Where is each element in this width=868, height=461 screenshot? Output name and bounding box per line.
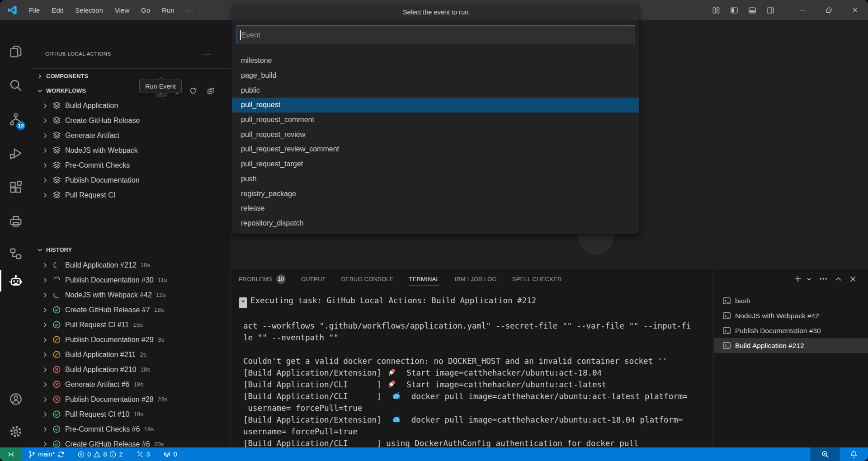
menu-overflow[interactable]: ··· [180,0,199,20]
history-row[interactable]: Publish Documentation #293s [32,332,231,347]
layers-icon [52,101,61,110]
tooltip-text: Run Event [145,83,176,90]
broadcast-status-item[interactable]: 0 [160,447,180,461]
toggle-panel-button[interactable] [743,0,761,20]
history-row[interactable]: Pull Request CI #1019s [32,407,231,422]
menu-view[interactable]: View [109,0,135,20]
history-row[interactable]: Pull Request CI #1115s [32,317,231,332]
branch-status-item[interactable]: main* [25,447,68,461]
quickpick-item[interactable]: release [232,201,639,216]
quickpick-item[interactable]: pull_request_comment [232,113,639,127]
history-row[interactable]: Publish Documentation #3011s [32,273,231,287]
terminal-output[interactable]: *Executing task: GitHub Local Actions: B… [239,295,713,448]
history-row[interactable]: Publish Documentation #2823s [32,392,231,407]
quickpick-item[interactable]: repository_dispatch [232,216,639,231]
menu-run[interactable]: Run [156,0,180,20]
terminal-list-item[interactable]: bash [714,293,868,308]
menu-go[interactable]: Go [135,0,156,20]
panel-tab-ibm-i-job-log[interactable]: IBM I JOB LOG [455,268,497,289]
terminal-list-item[interactable]: Publish Documentation #30 [714,323,868,338]
panel-tab-output[interactable]: OUTPUT [301,268,326,289]
panel-tab-label: DEBUG CONSOLE [341,276,394,282]
workflow-row[interactable]: NodeJS with Webpack [32,143,231,158]
zoom-status-button[interactable] [810,447,840,461]
menu-file[interactable]: File [23,0,46,20]
quickpick-item[interactable]: pull_request_target [232,157,639,172]
history-row[interactable]: NodeJS with Webpack #4212s [32,287,231,302]
section-history[interactable]: HISTORY [32,242,231,257]
activity-item-explorer[interactable] [0,40,32,63]
more-actions-icon[interactable] [819,274,828,283]
terminal-list-item[interactable]: Build Application #212 [714,338,868,353]
quickpick-item[interactable]: schedule [232,230,639,234]
workflows-tree: Build ApplicationCreate GitHub ReleaseGe… [32,98,231,202]
activity-item-source-control[interactable]: 13 [0,108,32,131]
terminal-list-item[interactable]: NodeJS with Webpack #42 [714,308,868,323]
menu-edit[interactable]: Edit [46,0,69,20]
panel-tab-debug-console[interactable]: DEBUG CONSOLE [341,268,394,289]
remote-indicator[interactable] [0,447,22,461]
collapse-all-button[interactable] [205,85,217,97]
section-components[interactable]: COMPONENTS [32,68,231,84]
quickpick-item[interactable]: page_build [232,68,639,83]
quickpick-input[interactable]: Event [236,25,635,44]
git-branch-icon [28,451,36,458]
quickpick-item[interactable]: registry_package [232,186,639,201]
history-row[interactable]: Generate Artifact #618s [32,377,231,392]
quickpick-item[interactable]: milestone [232,53,639,68]
workflow-row[interactable]: Generate Artifact [32,128,231,143]
status-failed-icon [52,380,61,389]
bottom-panel: PROBLEMS10OUTPUTDEBUG CONSOLETERMINALIBM… [231,268,868,448]
terminal-instance-list: bashNodeJS with Webpack #42Publish Docum… [714,293,868,353]
launch-profile-chevron-icon[interactable] [806,276,812,282]
activity-item-manage[interactable] [0,420,32,443]
activity-item-search[interactable] [0,74,32,97]
layers-icon [52,116,61,125]
notifications-button[interactable] [840,447,867,461]
workflow-row[interactable]: Pull Request CI [32,188,231,202]
tools-status-item[interactable]: 3 [133,447,153,461]
maximize-panel-icon[interactable] [835,275,842,283]
workflow-row[interactable]: Create GitHub Release [32,113,231,128]
history-row[interactable]: Build Application #21018s [32,362,231,377]
activity-item-github-local-actions[interactable] [0,269,32,292]
minimize-button[interactable] [789,0,816,20]
command-decoration[interactable]: * [239,297,247,308]
workflow-row[interactable]: Pre-Commit Checks [32,158,231,173]
history-row[interactable]: Build Application #2112s [32,347,231,362]
restore-button[interactable] [816,0,842,20]
terminal-line: username= forcePull=true [239,426,713,437]
activity-item-printer[interactable] [0,209,32,233]
activity-item-run-and-debug[interactable] [0,141,32,165]
section-components-label: COMPONENTS [46,73,88,80]
terminal-line: [Build Application/CLI ] Start image=cat… [239,379,713,390]
quickpick-item[interactable]: public [232,83,639,98]
history-row[interactable]: Create GitHub Release #718s [32,302,231,317]
panel-tab-terminal[interactable]: TERMINAL [409,268,439,289]
problems-status-item[interactable]: 0 8 2 [74,447,126,461]
new-terminal-icon[interactable] [793,274,802,283]
workflow-row[interactable]: Build Application [32,98,231,113]
quickpick-item[interactable]: pull_request_review_comment [232,142,639,157]
panel-tab-problems[interactable]: PROBLEMS10 [239,268,286,289]
quickpick-item[interactable]: push [232,172,639,187]
status-failed-icon [52,395,61,404]
close-window-button[interactable] [842,0,868,20]
refresh-button[interactable] [187,85,199,97]
panel-tab-spell-checker[interactable]: SPELL CHECKER [512,268,562,289]
activity-item-extensions[interactable] [0,175,32,199]
close-panel-icon[interactable] [849,275,857,283]
customize-layout-button[interactable] [707,0,725,20]
sidebar-more-actions-button[interactable]: ··· [202,50,212,58]
history-row[interactable]: Pre-Commit Checks #619s [32,422,231,437]
toggle-secondary-sidebar-button[interactable] [761,0,779,20]
history-row[interactable]: Build Application #21210s [32,258,231,273]
status-failed-icon [52,365,61,374]
menu-selection[interactable]: Selection [69,0,109,20]
quickpick-item[interactable]: pull_request_review [232,127,639,142]
toggle-primary-sidebar-button[interactable] [725,0,743,20]
activity-item-accounts[interactable] [0,387,32,411]
quickpick-item[interactable]: pull_request [232,98,639,113]
activity-item-object-hierarchy[interactable] [0,242,32,265]
workflow-row[interactable]: Publish Documentation [32,173,231,188]
